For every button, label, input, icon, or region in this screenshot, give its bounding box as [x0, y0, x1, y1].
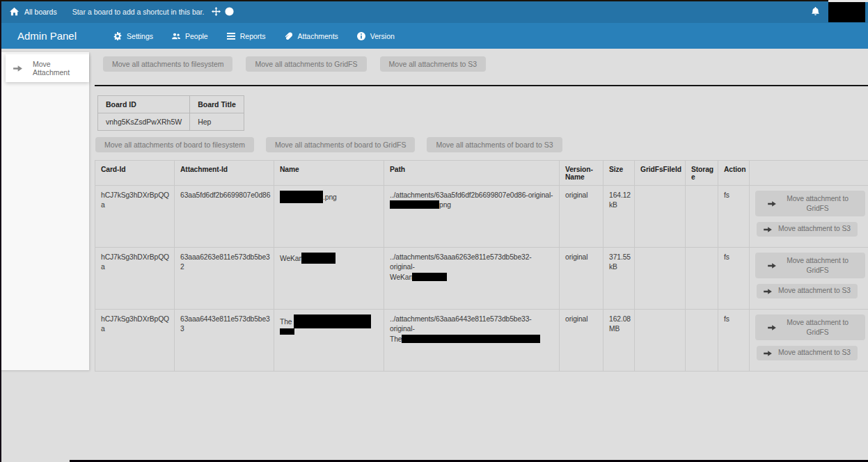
arrow-right-icon — [13, 65, 22, 72]
attachment-row: hCJ7kSg3hDXrBpQQa 63aaa6263e811e573db5be… — [95, 248, 868, 310]
storage-header: Storage — [686, 161, 718, 186]
action-cell: fs — [718, 248, 750, 310]
size-cell: 164.12 kB — [603, 186, 635, 248]
path-header: Path — [384, 161, 560, 186]
tab-version[interactable]: Version — [357, 32, 395, 40]
board-title-header: Board Title — [190, 96, 244, 113]
board-actions-row: Move all attachments of board to filesys… — [95, 137, 868, 152]
storage-cell — [686, 248, 718, 310]
card-id-cell: hCJ7kSg3hDXrBpQQa — [95, 310, 175, 372]
section-divider — [95, 85, 868, 86]
arrow-right-icon — [764, 350, 772, 357]
all-boards-link[interactable]: All boards — [10, 7, 57, 16]
name-cell: .png — [274, 186, 384, 248]
tab-people[interactable]: People — [172, 32, 208, 40]
move-board-to-filesystem-button[interactable]: Move all attachments of board to filesys… — [95, 137, 254, 152]
tab-settings[interactable]: Settings — [113, 32, 153, 40]
attachments-header-row: Card-Id Attachment-Id Name Path Version-… — [95, 161, 868, 186]
board-id-header: Board ID — [98, 96, 190, 113]
reports-icon — [227, 32, 235, 40]
name-cell: The — [274, 310, 384, 372]
move-all-to-gridfs-button[interactable]: Move all attachments to GridFS — [246, 56, 366, 72]
home-icon — [10, 7, 19, 16]
version-name-cell: original — [560, 248, 603, 310]
move-all-to-s3-button[interactable]: Move all attachments to S3 — [380, 56, 487, 72]
page-body: Move Attachment Move all attachments to … — [0, 49, 868, 418]
redacted-path-segment — [390, 200, 439, 209]
row-buttons-cell: Move attachment to GridFS Move attachmen… — [750, 248, 868, 310]
attachment-id-cell: 63aa5fd6df2b6699807e0d86 — [175, 186, 274, 248]
sidebar: Move Attachment — [0, 49, 89, 418]
redacted-filename — [280, 328, 294, 335]
row-buttons-cell: Move attachment to GridFS Move attachmen… — [750, 186, 868, 248]
wekan-admin-panel-screen: All boards Star a board to add a shortcu… — [0, 0, 868, 462]
star-board-hint: Star a board to add a shortcut in this b… — [72, 8, 205, 16]
move-attachment-to-s3-button[interactable]: Move attachment to S3 — [757, 346, 858, 360]
screen-corner — [828, 0, 868, 2]
attachment-id-cell: 63aaa6443e811e573db5be33 — [175, 310, 274, 372]
action-cell: fs — [718, 186, 750, 248]
move-attachment-to-gridfs-button[interactable]: Move attachment to GridFS — [755, 314, 865, 340]
storage-cell — [686, 310, 718, 372]
move-board-to-s3-button[interactable]: Move all attachments of board to S3 — [427, 137, 562, 152]
path-cell: ../attachments/63aaa6263e811e573db5be32-… — [384, 248, 560, 310]
redacted-path-segment — [412, 273, 447, 281]
screen-left-edge — [0, 0, 1, 462]
card-id-cell: hCJ7kSg3hDXrBpQQa — [95, 248, 175, 310]
tab-reports-label: Reports — [240, 32, 266, 40]
board-title-cell: Hep — [190, 113, 244, 131]
move-shortcut-icon[interactable] — [212, 7, 221, 16]
tab-attachments[interactable]: Attachments — [284, 32, 338, 40]
redacted-user-menu[interactable] — [828, 1, 865, 22]
global-actions-row: Move all attachments to filesystem Move … — [103, 56, 868, 72]
ban-icon[interactable] — [225, 7, 234, 16]
tab-reports[interactable]: Reports — [227, 32, 266, 40]
attachment-row: hCJ7kSg3hDXrBpQQa 63aaa6443e811e573db5be… — [95, 310, 868, 372]
all-boards-label: All boards — [24, 8, 57, 16]
sidebar-panel — [0, 52, 89, 370]
card-id-cell: hCJ7kSg3hDXrBpQQa — [95, 186, 175, 248]
tab-people-label: People — [185, 32, 208, 40]
move-attachment-to-s3-button[interactable]: Move attachment to S3 — [757, 284, 858, 298]
main-content: Move all attachments to filesystem Move … — [89, 49, 868, 372]
attachments-table: Card-Id Attachment-Id Name Path Version-… — [95, 160, 868, 372]
paperclip-icon — [284, 32, 292, 40]
move-board-to-gridfs-button[interactable]: Move all attachments of board to GridFS — [266, 137, 416, 152]
notifications-bell-icon[interactable] — [811, 7, 820, 16]
arrow-right-icon — [768, 200, 776, 207]
move-attachment-to-gridfs-button[interactable]: Move attachment to GridFS — [755, 253, 865, 278]
arrow-right-icon — [768, 324, 776, 331]
move-attachment-to-gridfs-button[interactable]: Move attachment to GridFS — [755, 191, 865, 216]
board-table: Board ID Board Title vnhg5KsZsdPwXRh5W H… — [97, 95, 244, 131]
sidebar-item-label: Move Attachment — [33, 60, 89, 77]
name-header: Name — [274, 161, 384, 186]
action-header: Action — [718, 161, 750, 186]
path-cell: ../attachments/63aaa6443e811e573db5be33-… — [384, 310, 560, 372]
action-cell: fs — [718, 310, 750, 372]
redacted-filename — [294, 314, 371, 328]
move-attachment-to-s3-button[interactable]: Move attachment to S3 — [757, 222, 858, 237]
gridfsfileid-cell — [635, 248, 686, 310]
version-name-cell: original — [560, 186, 603, 248]
size-cell: 371.55 kB — [603, 248, 635, 310]
gridfsfileid-cell — [635, 186, 686, 248]
info-icon — [357, 32, 365, 40]
attachment-id-cell: 63aaa6263e811e573db5be32 — [175, 248, 274, 310]
buttons-header — [750, 161, 868, 186]
board-id-cell: vnhg5KsZsdPwXRh5W — [98, 113, 190, 131]
tab-attachments-label: Attachments — [297, 32, 338, 40]
tab-version-label: Version — [370, 32, 395, 40]
redacted-path-segment — [402, 335, 540, 343]
sidebar-item-move-attachment[interactable]: Move Attachment — [6, 54, 89, 82]
move-all-to-filesystem-button[interactable]: Move all attachments to filesystem — [103, 56, 232, 72]
gridfsfileid-cell — [635, 310, 686, 372]
attachment-id-header: Attachment-Id — [175, 161, 274, 186]
tab-settings-label: Settings — [127, 32, 153, 40]
size-cell: 162.08 MB — [603, 310, 635, 372]
path-cell: ../attachments/63aa5fd6df2b6699807e0d86-… — [384, 186, 560, 248]
name-cell: WeKan — [274, 248, 384, 310]
arrow-right-icon — [768, 262, 776, 269]
size-header: Size — [603, 161, 635, 186]
version-name-cell: original — [560, 310, 603, 372]
redacted-filename — [280, 191, 323, 203]
